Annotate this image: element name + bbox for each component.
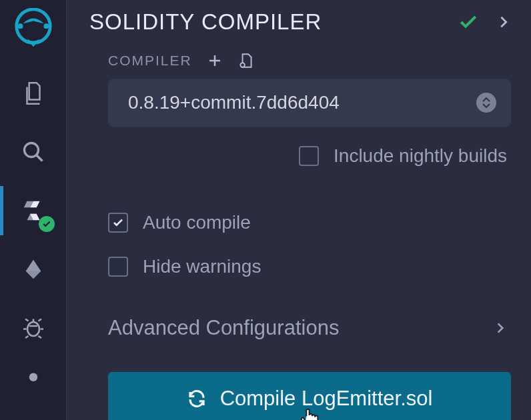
panel-title: SOLIDITY COMPILER bbox=[89, 9, 322, 35]
auto-compile-label: Auto compile bbox=[143, 212, 251, 233]
hide-warnings-label: Hide warnings bbox=[143, 256, 261, 277]
include-nightly-label: Include nightly builds bbox=[334, 145, 507, 167]
status-ok-badge bbox=[39, 216, 55, 232]
hide-warnings-checkbox[interactable] bbox=[108, 257, 128, 277]
file-explorer-icon[interactable] bbox=[19, 79, 48, 108]
advanced-label: Advanced Configurations bbox=[108, 316, 339, 340]
svg-point-5 bbox=[29, 373, 37, 382]
chevron-right-icon bbox=[494, 321, 507, 335]
compiler-section-label: COMPILER bbox=[108, 52, 511, 69]
include-nightly-checkbox[interactable] bbox=[299, 146, 319, 166]
search-icon[interactable] bbox=[19, 137, 48, 167]
svg-point-1 bbox=[17, 23, 23, 29]
remix-logo-icon bbox=[13, 8, 54, 49]
svg-point-3 bbox=[24, 143, 38, 157]
compile-success-icon bbox=[458, 11, 479, 33]
svg-point-6 bbox=[240, 63, 245, 67]
panel-header: SOLIDITY COMPILER bbox=[89, 9, 511, 35]
compiler-label: COMPILER bbox=[108, 53, 192, 69]
icon-sidebar bbox=[0, 0, 67, 420]
auto-compile-row: Auto compile bbox=[108, 212, 511, 233]
auto-compile-checkbox[interactable] bbox=[108, 213, 128, 233]
deploy-run-icon[interactable] bbox=[19, 255, 48, 284]
compile-button[interactable]: Compile LogEmitter.sol bbox=[108, 372, 511, 420]
cursor-pointer-icon bbox=[299, 407, 322, 420]
advanced-configurations-toggle[interactable]: Advanced Configurations bbox=[108, 316, 511, 340]
hide-warnings-row: Hide warnings bbox=[108, 256, 511, 277]
chevron-right-icon[interactable] bbox=[496, 15, 511, 29]
compiler-version-value: 0.8.19+commit.7dd6d404 bbox=[128, 92, 340, 113]
add-compiler-icon[interactable] bbox=[207, 53, 223, 69]
include-nightly-row: Include nightly builds bbox=[108, 145, 507, 167]
plugin-manager-icon[interactable] bbox=[19, 367, 48, 396]
svg-point-4 bbox=[27, 322, 39, 336]
select-updown-icon bbox=[476, 93, 496, 113]
solidity-compiler-panel: SOLIDITY COMPILER COMPILER bbox=[67, 0, 531, 420]
compiler-version-select[interactable]: 0.8.19+commit.7dd6d404 bbox=[108, 79, 511, 127]
solidity-compiler-icon[interactable] bbox=[19, 196, 48, 225]
debugger-icon[interactable] bbox=[19, 313, 48, 343]
refresh-icon bbox=[187, 389, 207, 409]
compile-button-label: Compile LogEmitter.sol bbox=[220, 387, 433, 411]
compiler-file-icon[interactable] bbox=[237, 52, 255, 69]
svg-point-2 bbox=[43, 23, 49, 29]
